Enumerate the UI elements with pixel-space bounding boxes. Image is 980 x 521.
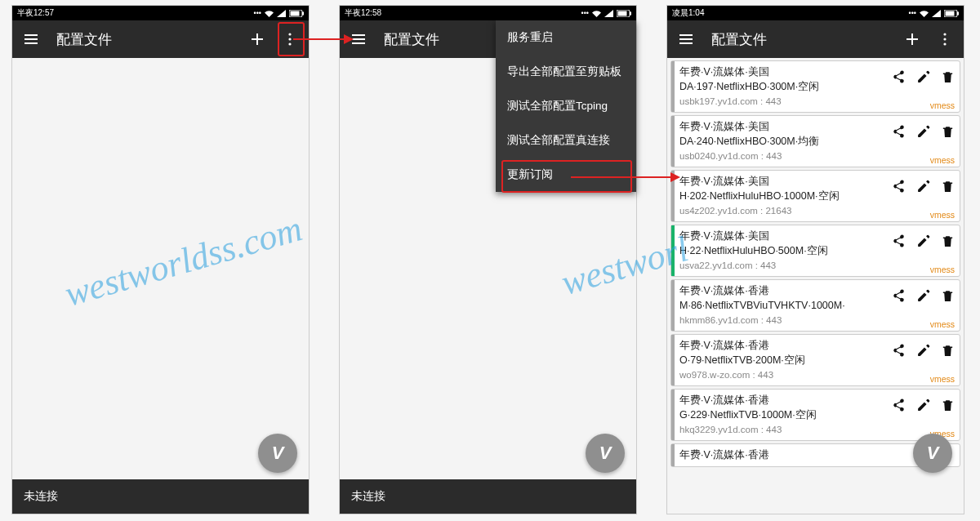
- edit-icon[interactable]: [914, 122, 932, 140]
- delete-icon[interactable]: [938, 287, 956, 305]
- server-protocol: vmess: [930, 374, 955, 384]
- menu-icon[interactable]: [675, 29, 697, 50]
- add-button[interactable]: [247, 29, 268, 50]
- delete-icon[interactable]: [938, 122, 956, 140]
- svg-rect-1: [291, 11, 300, 16]
- share-icon[interactable]: [889, 122, 907, 140]
- svg-rect-8: [630, 11, 631, 15]
- app-title: 配置文件: [56, 30, 235, 49]
- app-title: 配置文件: [711, 30, 890, 49]
- delete-icon[interactable]: [938, 177, 956, 195]
- status-bar: 半夜12:58 •••: [340, 6, 636, 20]
- connection-status: 未连接: [24, 489, 58, 504]
- delete-icon[interactable]: [938, 396, 956, 414]
- phone-screen-1: 半夜12:57 ••• 配置文件 V 未连接: [11, 5, 310, 514]
- overflow-menu-button[interactable]: [934, 29, 956, 50]
- phone-screen-2: 半夜12:58 ••• 配置文件 服务重启导出全部配置至剪贴板测试全部配置Tcp…: [339, 5, 637, 514]
- svg-point-14: [943, 42, 946, 45]
- active-indicator: [671, 61, 675, 112]
- menu-item-4[interactable]: 更新订阅: [496, 158, 636, 192]
- menu-icon[interactable]: [20, 29, 42, 50]
- server-address: usva22.yv1d.com : 443: [679, 260, 955, 270]
- svg-rect-11: [957, 11, 959, 15]
- server-address: us4z202.yv1d.com : 21643: [679, 206, 955, 216]
- edit-icon[interactable]: [914, 68, 932, 86]
- share-icon[interactable]: [889, 287, 907, 305]
- add-button[interactable]: [902, 29, 923, 50]
- server-protocol: vmess: [930, 319, 955, 329]
- status-icons: •••: [909, 9, 959, 17]
- edit-icon[interactable]: [914, 341, 932, 359]
- status-icons: •••: [581, 9, 631, 17]
- svg-point-3: [288, 33, 291, 35]
- svg-point-13: [943, 38, 946, 40]
- fab-connect[interactable]: V: [913, 434, 952, 473]
- active-indicator: [671, 116, 675, 167]
- status-time: 半夜12:58: [345, 7, 381, 19]
- server-address: hkq3229.yv1d.com : 443: [679, 425, 955, 434]
- svg-rect-10: [946, 11, 955, 16]
- svg-rect-2: [302, 11, 304, 15]
- delete-icon[interactable]: [938, 341, 956, 359]
- bottom-bar: 未连接: [340, 479, 636, 514]
- status-bar: 半夜12:57 •••: [12, 6, 309, 20]
- server-card[interactable]: 年费·V·流媒体·香港O·79·NetflixTVB·200M·空闲wo978.…: [670, 334, 960, 386]
- server-address: wo978.w-zo.com : 443: [679, 370, 955, 380]
- menu-item-2[interactable]: 测试全部配置Tcping: [496, 89, 636, 123]
- server-card[interactable]: 年费·V·流媒体·美国H·22·NetflixHuluHBO·500M·空闲us…: [670, 225, 960, 277]
- phone-screen-3: 凌晨1:04 ••• 配置文件 年费·V·流媒体·美国DA·197·Netfli…: [666, 5, 964, 514]
- app-bar: 配置文件: [667, 20, 964, 58]
- server-card[interactable]: 年费·V·流媒体·香港M·86·NetflixTVBViuTVHKTV·1000…: [670, 279, 960, 332]
- fab-connect[interactable]: V: [586, 434, 625, 473]
- status-time: 凌晨1:04: [672, 7, 704, 19]
- edit-icon[interactable]: [914, 287, 932, 305]
- arrow-2: [571, 176, 679, 178]
- active-indicator: [671, 390, 675, 440]
- server-protocol: vmess: [930, 210, 955, 220]
- status-bar: 凌晨1:04 •••: [667, 6, 964, 20]
- server-address: usbk197.yv1d.com : 443: [679, 96, 955, 106]
- arrow-1: [293, 38, 352, 40]
- status-time: 半夜12:57: [17, 7, 54, 19]
- share-icon[interactable]: [889, 396, 907, 414]
- server-card[interactable]: 年费·V·流媒体·美国H·202·NetflixHuluHBO·1000M·空闲…: [670, 170, 960, 222]
- bottom-bar: 未连接: [12, 479, 309, 514]
- share-icon[interactable]: [889, 341, 907, 359]
- menu-item-3[interactable]: 测试全部配置真连接: [496, 123, 636, 158]
- server-protocol: vmess: [930, 155, 955, 165]
- server-card[interactable]: 年费·V·流媒体·美国DA·240·NetflixHBO·300M·均衡usb0…: [670, 115, 960, 167]
- share-icon[interactable]: [889, 232, 907, 250]
- connection-status: 未连接: [351, 489, 385, 504]
- svg-point-12: [943, 33, 946, 35]
- empty-content: [12, 58, 309, 479]
- share-icon[interactable]: [889, 177, 907, 195]
- svg-point-5: [288, 42, 291, 45]
- menu-item-0[interactable]: 服务重启: [496, 20, 636, 55]
- server-protocol: vmess: [930, 265, 955, 274]
- server-address: usb0240.yv1d.com : 443: [679, 151, 955, 161]
- share-icon[interactable]: [889, 68, 907, 86]
- server-address: hkmm86.yv1d.com : 443: [679, 315, 955, 325]
- active-indicator: [671, 444, 675, 466]
- edit-icon[interactable]: [914, 396, 932, 414]
- overflow-menu: 服务重启导出全部配置至剪贴板测试全部配置Tcping测试全部配置真连接更新订阅: [496, 20, 636, 192]
- delete-icon[interactable]: [938, 232, 956, 250]
- status-icons: •••: [254, 9, 304, 17]
- edit-icon[interactable]: [914, 232, 932, 250]
- server-card[interactable]: 年费·V·流媒体·美国DA·197·NetflixHBO·300M·空闲usbk…: [670, 60, 960, 113]
- svg-point-4: [288, 38, 291, 40]
- delete-icon[interactable]: [938, 68, 956, 86]
- active-indicator: [671, 225, 675, 276]
- edit-icon[interactable]: [914, 177, 932, 195]
- active-indicator: [671, 280, 675, 331]
- fab-connect[interactable]: V: [258, 434, 297, 473]
- svg-rect-7: [618, 11, 627, 16]
- server-card[interactable]: 年费·V·流媒体·香港G·229·NetflixTVB·1000M·空闲hkq3…: [670, 389, 960, 441]
- server-protocol: vmess: [930, 100, 955, 110]
- active-indicator: [671, 335, 675, 385]
- menu-item-1[interactable]: 导出全部配置至剪贴板: [496, 55, 636, 89]
- app-bar: 配置文件: [12, 20, 309, 58]
